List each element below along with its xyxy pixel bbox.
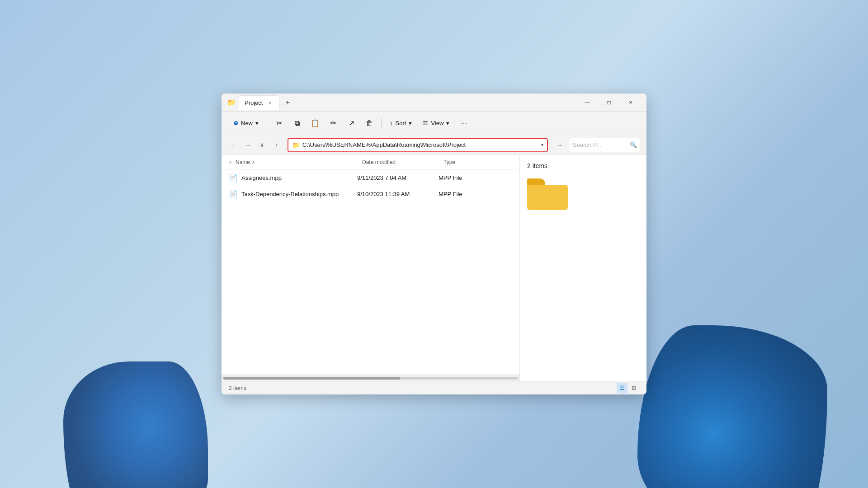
titlebar: 📁 Project × + — □ ×	[222, 94, 646, 112]
scrollbar-track	[223, 377, 518, 380]
tab-close-button[interactable]: ×	[266, 99, 274, 106]
address-bar-wrapper: 📁 C:\Users\%USERNAME%\AppData\Roaming\Mi…	[288, 138, 548, 152]
file-row[interactable]: 📄 Task-Dependency-Relationships.mpp 9/10…	[222, 186, 519, 202]
view-icon: ☰	[423, 120, 428, 127]
file-date-1: 9/11/2023 7:04 AM	[357, 174, 439, 181]
statusbar: 2 items ☰ ⊞	[222, 381, 646, 394]
more-icon: ···	[461, 119, 467, 127]
name-column-header[interactable]: Name ∧	[236, 159, 362, 165]
share-button[interactable]: ↗	[343, 115, 359, 131]
recent-locations-button[interactable]: ∨	[256, 139, 269, 151]
tab-project[interactable]: Project ×	[239, 95, 279, 110]
bg-decoration-left	[63, 361, 208, 488]
new-plus-icon: ⊕	[233, 120, 238, 127]
file-list-pane: ∧ Name ∧ Date modified Type 📄 Assignees.…	[222, 155, 520, 381]
name-sort-arrow: ∧	[252, 160, 255, 164]
scrollbar-thumb[interactable]	[223, 377, 400, 380]
addressbar-row: ← → ∨ ↑ 📁 C:\Users\%USERNAME%\AppData\Ro…	[222, 135, 646, 155]
collapse-icon[interactable]: ∧	[229, 160, 232, 164]
sort-arrow-icon: ▾	[409, 120, 412, 127]
file-icon-1: 📄	[229, 174, 238, 182]
minimize-button[interactable]: —	[577, 95, 598, 110]
view-button[interactable]: ☰ View ▾	[418, 117, 454, 129]
close-button[interactable]: ×	[620, 95, 641, 110]
search-icon[interactable]: 🔍	[630, 141, 637, 148]
file-name-2: Task-Dependency-Relationships.mpp	[241, 191, 357, 197]
toolbar: ⊕ New ▾ ✂ ⧉ 📋 ✏ ↗ 🗑 ↕ Sort ▾ ☰ View ▾ ··…	[222, 112, 646, 135]
view-arrow-icon: ▾	[446, 120, 449, 127]
file-row[interactable]: 📄 Assignees.mpp 9/11/2023 7:04 AM MPP Fi…	[222, 169, 519, 186]
preview-folder-icon	[527, 178, 568, 211]
go-button[interactable]: →	[552, 138, 567, 152]
address-folder-icon: 📁	[292, 141, 300, 149]
cut-button[interactable]: ✂	[271, 115, 287, 131]
search-box[interactable]: Search P... 🔍	[569, 138, 641, 152]
new-arrow-icon: ▾	[255, 120, 259, 127]
new-button[interactable]: ⊕ New ▾	[229, 117, 263, 129]
new-label: New	[241, 120, 253, 127]
rename-button[interactable]: ✏	[325, 115, 341, 131]
column-header-row: ∧ Name ∧ Date modified Type	[222, 155, 519, 169]
file-name-1: Assignees.mpp	[241, 174, 357, 181]
copy-button[interactable]: ⧉	[289, 115, 305, 131]
grid-view-button[interactable]: ⊞	[628, 383, 639, 394]
list-view-button[interactable]: ☰	[617, 383, 627, 394]
view-label: View	[431, 120, 443, 127]
back-button[interactable]: ←	[227, 139, 240, 151]
preview-pane: 2 items	[520, 155, 646, 381]
tab-title: Project	[245, 99, 263, 106]
toolbar-separator-2	[381, 118, 382, 129]
file-explorer-window: 📁 Project × + — □ × ⊕ New ▾ ✂ ⧉ 📋 ✏ ↗ 🗑 …	[222, 94, 646, 394]
titlebar-folder-icon: 📁	[227, 98, 236, 107]
more-button[interactable]: ···	[456, 115, 472, 131]
toolbar-separator-1	[267, 118, 267, 129]
sort-label: Sort	[396, 120, 406, 127]
paste-button[interactable]: 📋	[307, 115, 323, 131]
address-dropdown-icon[interactable]: ▾	[541, 142, 543, 147]
address-bar[interactable]: 📁 C:\Users\%USERNAME%\AppData\Roaming\Mi…	[288, 138, 548, 152]
forward-button[interactable]: →	[241, 139, 254, 151]
file-type-1: MPP File	[439, 174, 512, 181]
content-wrapper: ∧ Name ∧ Date modified Type 📄 Assignees.…	[222, 155, 646, 381]
file-date-2: 9/10/2023 11:39 AM	[357, 191, 439, 197]
folder-body	[527, 185, 568, 210]
preview-count: 2 items	[527, 162, 547, 169]
file-icon-2: 📄	[229, 190, 238, 198]
new-tab-button[interactable]: +	[281, 96, 294, 109]
type-column-header[interactable]: Type	[443, 159, 512, 165]
file-rows: 📄 Assignees.mpp 9/11/2023 7:04 AM MPP Fi…	[222, 169, 519, 375]
horizontal-scrollbar[interactable]	[222, 375, 519, 381]
window-controls: — □ ×	[577, 95, 641, 110]
file-type-2: MPP File	[439, 191, 512, 197]
status-text: 2 items	[229, 385, 246, 391]
date-column-header[interactable]: Date modified	[362, 159, 443, 165]
bg-decoration-right	[637, 325, 827, 488]
maximize-button[interactable]: □	[599, 95, 619, 110]
search-placeholder-text: Search P...	[573, 141, 627, 148]
sort-button[interactable]: ↕ Sort ▾	[385, 117, 416, 129]
sort-icon: ↕	[390, 120, 393, 127]
address-text: C:\Users\%USERNAME%\AppData\Roaming\Micr…	[302, 141, 538, 148]
delete-button[interactable]: 🗑	[361, 115, 377, 131]
up-button[interactable]: ↑	[270, 139, 283, 151]
view-toggle: ☰ ⊞	[617, 383, 639, 394]
